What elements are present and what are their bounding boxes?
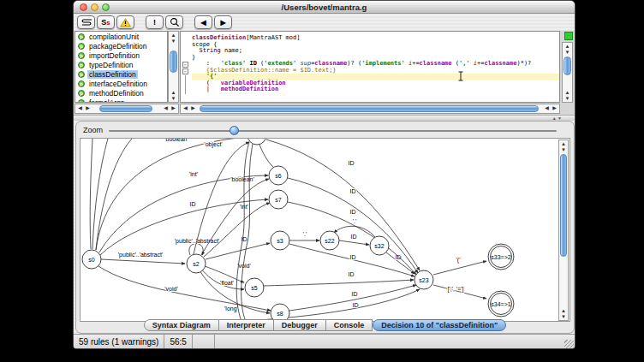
diagram-vscroll-thumb[interactable] xyxy=(560,154,567,257)
check-grammar-button[interactable]: ! xyxy=(146,15,164,29)
dfa-edge-label: 'void' xyxy=(164,286,178,292)
rules-vertical-scrollbar[interactable]: ▲ ▼ ▲ ▼ xyxy=(168,31,179,103)
fold-marker[interactable]: − xyxy=(182,68,188,74)
rules-list[interactable]: pcompilationUnitppackageDefinitionpimpor… xyxy=(75,31,168,103)
dfa-edge xyxy=(92,139,108,249)
dfa-edge-label: ID xyxy=(350,254,356,260)
decision-panel: Zoom 'public'..'abstract''public'..'abst… xyxy=(75,121,575,334)
code-view[interactable]: classDefinition[MantraAST mod]scope { St… xyxy=(192,35,559,93)
dfa-edge-label: ID xyxy=(350,209,356,215)
rule-item-label: importDefinition xyxy=(87,51,141,60)
dfa-state-s22: s22 xyxy=(320,231,339,250)
syntax-diagram-icon xyxy=(80,18,92,27)
dfa-edge xyxy=(259,145,274,168)
parser-rule-icon: p xyxy=(78,90,85,97)
rule-item-compilationUnit[interactable]: pcompilationUnit xyxy=(75,32,167,41)
dfa-state-s5: s5 xyxy=(245,278,264,297)
dfa-edge-label: ID xyxy=(190,201,196,207)
code-line: | methodDefinition xyxy=(192,86,559,93)
dfa-state-s32: s32 xyxy=(370,236,389,255)
dfa-diagram: 'public'..'abstract''public'..'abstract'… xyxy=(80,139,558,322)
tab-syntax-diagram[interactable]: Syntax Diagram xyxy=(144,319,219,331)
dfa-state-clipped xyxy=(247,139,266,145)
tab-interpreter[interactable]: Interpreter xyxy=(219,319,274,331)
dfa-edge-label: [';', '='] xyxy=(447,286,463,293)
rule-item-interfaceDefinition[interactable]: pinterfaceDefinition xyxy=(75,79,167,88)
zoom-slider-thumb[interactable] xyxy=(230,126,239,135)
zoom-slider[interactable] xyxy=(109,130,557,132)
rules-hscroll-thumb[interactable] xyxy=(99,105,152,112)
parser-rule-icon: p xyxy=(78,62,85,68)
find-button[interactable] xyxy=(165,15,183,29)
syntax-diagram-button[interactable] xyxy=(77,15,95,29)
text-cursor-icon xyxy=(457,71,464,81)
rule-item-importDefinition[interactable]: pimportDefinition xyxy=(75,50,167,60)
status-caret-position: 56:5 xyxy=(164,335,192,349)
warnings-button[interactable] xyxy=(116,15,134,29)
tab-console[interactable]: Console xyxy=(326,319,373,331)
diagram-vertical-scrollbar[interactable]: ▲ ▼ ▲ ▼ xyxy=(558,139,569,321)
dfa-state-s3: s3 xyxy=(271,231,289,250)
dfa-edge-label: '(' xyxy=(456,257,460,264)
svg-text:s34=>1: s34=>1 xyxy=(491,301,510,307)
dfa-edge-label: 'float' xyxy=(220,280,234,286)
rules-horizontal-scrollbar[interactable]: ◀ ▶ ◀ ▶ xyxy=(75,104,179,114)
tab-decision-10-of-classdefinition-[interactable]: Decision 10 of "classDefinition" xyxy=(373,319,506,331)
rule-item-formalArgs[interactable]: pformalArgs xyxy=(75,98,167,103)
dfa-edge xyxy=(189,244,203,256)
dfa-edge-label: 'long' xyxy=(224,306,238,312)
rule-item-packageDefinition[interactable]: ppackageDefinition xyxy=(75,41,167,50)
parser-rule-icon: p xyxy=(78,80,85,87)
dfa-edge-label: ID xyxy=(353,302,359,308)
dfa-edge-label: 'boolean' xyxy=(230,176,254,182)
back-arrow-icon: ◀ xyxy=(200,19,206,27)
status-message xyxy=(215,335,575,349)
dfa-state-s7: s7 xyxy=(269,190,288,209)
resize-grip[interactable] xyxy=(564,340,574,349)
status-spacer xyxy=(193,335,215,349)
dfa-edge-label: ID xyxy=(242,236,247,242)
svg-text:s6: s6 xyxy=(275,173,282,179)
editor-vscroll-thumb[interactable] xyxy=(564,56,571,75)
splitter[interactable]: ▲ ▼ xyxy=(74,115,575,121)
dfa-diagram-view[interactable]: 'public'..'abstract''public'..'abstract'… xyxy=(80,138,570,322)
rule-item-methodDefinition[interactable]: pmethodDefinition xyxy=(75,88,167,98)
tab-debugger[interactable]: Debugger xyxy=(274,319,326,331)
dfa-edge xyxy=(235,289,420,322)
editor-horizontal-scrollbar[interactable]: ◀ ▶ ◀ ▶ xyxy=(180,104,560,114)
title-bar[interactable]: /Users/bovet/mantra.g xyxy=(74,1,575,14)
editor-hscroll-thumb[interactable] xyxy=(200,105,539,112)
fold-marker[interactable]: − xyxy=(182,62,188,68)
search-icon xyxy=(170,17,180,27)
rule-item-classDefinition[interactable]: pclassDefinition xyxy=(75,69,167,79)
grammar-editor[interactable]: classDefinition[MantraAST mod]scope { St… xyxy=(180,31,560,103)
dfa-edge xyxy=(90,139,92,249)
rules-list-button[interactable]: Ss xyxy=(97,15,115,29)
dfa-edge-label: 'object' xyxy=(204,141,222,148)
rules-list-icon: Ss xyxy=(101,18,110,27)
dfa-edge xyxy=(204,203,270,257)
editor-vertical-scrollbar[interactable]: ▲ ▼ ▲ ▼ xyxy=(562,42,573,103)
fold-guide-line xyxy=(185,75,186,94)
app-window: /Users/bovet/mantra.g Ss ! xyxy=(73,0,575,349)
rule-item-label: classDefinition xyxy=(87,70,138,79)
parser-rule-icon: p xyxy=(78,99,85,104)
svg-text:s7: s7 xyxy=(275,197,282,203)
back-button[interactable]: ◀ xyxy=(194,15,212,29)
dfa-edge-label: ID xyxy=(351,234,357,240)
parser-rule-icon: p xyxy=(78,33,85,40)
rules-vscroll-thumb[interactable] xyxy=(170,50,177,73)
dfa-state-s6: s6 xyxy=(269,166,288,185)
svg-text:s32: s32 xyxy=(374,243,384,249)
dfa-edge-label: ID xyxy=(349,160,355,166)
status-rules: 59 rules (1 warnings) xyxy=(74,335,164,349)
svg-text:s22: s22 xyxy=(325,238,334,244)
rule-item-label: interfaceDefinition xyxy=(87,80,149,88)
rule-item-typeDefinition[interactable]: ptypeDefinition xyxy=(75,60,167,69)
forward-button[interactable]: ▶ xyxy=(214,15,232,29)
parser-rule-icon: p xyxy=(78,71,85,78)
dfa-edge-label: '.' xyxy=(353,218,357,224)
svg-text:s2: s2 xyxy=(193,261,200,267)
rule-item-label: formalArgs xyxy=(87,98,126,104)
dfa-edge xyxy=(339,240,369,245)
